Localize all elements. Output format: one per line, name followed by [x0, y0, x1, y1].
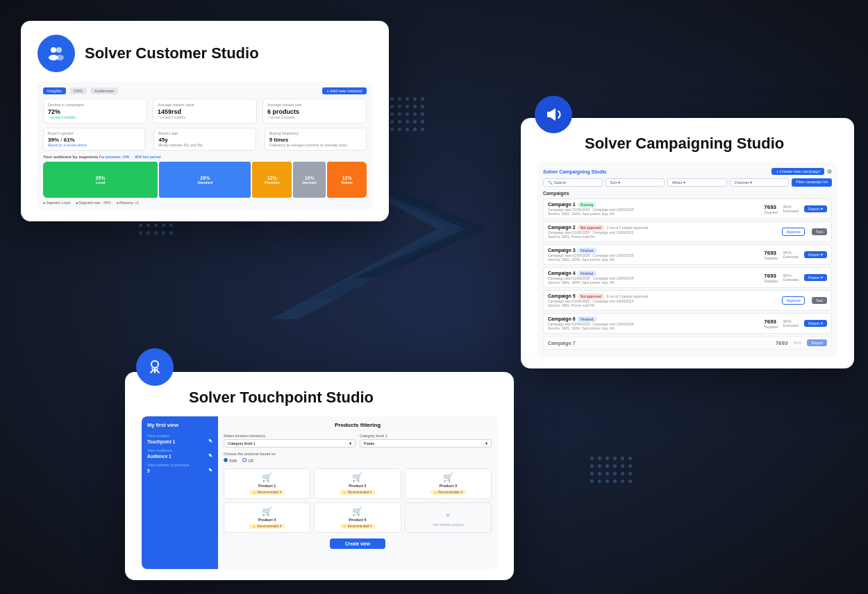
campaign-row-6: Campaign 6Finished Campaign start 01/06/…	[543, 313, 832, 334]
megaphone-icon	[544, 105, 563, 124]
product-card-3: 🛒 Product 3 ⭐ Recommended ✕	[405, 468, 492, 499]
touchpoint-studio-card: Solver Touchpoint Studio My first view V…	[125, 372, 514, 580]
product-5-icon: 🛒	[352, 507, 362, 516]
search-filter[interactable]: 🔍 Search	[543, 178, 603, 187]
gender-stat: Buyer's gender 39% / 61% Based on a rece…	[43, 128, 145, 151]
segment-bars: 35% Loyal 28% Standard 12% Premium 10% D…	[43, 162, 367, 198]
tp-main-title: Products filtering	[224, 422, 492, 428]
segment-premium: 12% Premium	[252, 162, 292, 198]
report-btn-1[interactable]: Report ▾	[804, 205, 827, 212]
basket-stat: Average basket value 1459rsd ↑ vs last 3…	[153, 99, 257, 124]
stats-row: Decline in campaigns 72% ↑ vs last 3 mon…	[43, 99, 367, 124]
campaigning-studio-card: Solver Campaigning Studio Solver Campaig…	[521, 118, 854, 368]
customer-studio-header: Solver Customer Studio	[37, 35, 372, 72]
tp-radio-row: SVD CB	[224, 458, 492, 463]
tp-products-value: 5	[147, 468, 150, 473]
test-btn-2[interactable]: Test	[812, 228, 827, 235]
basket-size-value: 6 products	[267, 108, 362, 115]
edit-location-icon[interactable]: ✎	[208, 439, 212, 444]
gender-row: Buyer's gender 39% / 61% Based on a rece…	[43, 128, 367, 151]
segment-standard: 28% Standard	[159, 162, 251, 198]
customer-studio-title: Solver Customer Studio	[85, 44, 259, 62]
product-card-2: 🛒 Product 2 ⭐ Recommended ✕	[314, 468, 401, 499]
report-btn-4[interactable]: Report ▾	[804, 274, 827, 281]
create-view-btn[interactable]: Create view	[330, 538, 385, 549]
product-4-icon: 🛒	[262, 507, 272, 516]
customer-icon-circle	[37, 35, 75, 72]
product-3-icon: 🛒	[443, 473, 453, 482]
settings-icon[interactable]: ⚙	[827, 169, 832, 175]
users-icon	[47, 44, 66, 63]
tp-sidebar: My first view View location Touchpoint 1…	[142, 416, 218, 569]
edit-audience-icon[interactable]: ✎	[208, 453, 212, 459]
tp-filter-row: Select location hierarchy Category level…	[224, 434, 492, 448]
age-stat: Buyers age 45y Mostly between 35y and 55…	[153, 128, 256, 151]
product-card-5: 🛒 Product 5 ⭐ Recommended ✕	[314, 502, 401, 533]
location-hierarchy-select[interactable]: Category level 1 ▾	[224, 439, 356, 448]
tp-audience-value: Audience 1	[147, 454, 172, 459]
category-select[interactable]: Pastio ▾	[360, 439, 492, 448]
channel-filter[interactable]: Channel ▾	[730, 178, 790, 187]
when-filter[interactable]: When ▾	[667, 178, 727, 187]
approve-btn-5[interactable]: Approve	[782, 296, 805, 305]
campaign-icon-wrap	[535, 96, 572, 133]
campaign-row-5: Campaign 5Not approved8 out of 3 people …	[543, 290, 832, 311]
report-btn-6[interactable]: Report ▾	[804, 320, 827, 327]
touchpoint-header: Solver Touchpoint Studio	[142, 386, 497, 407]
create-campaign-btn[interactable]: + Create new campaign	[771, 168, 824, 175]
campaign-mini-dashboard: Solver Campaigning Studio + Create new c…	[537, 162, 837, 357]
male-pct: 39%	[48, 137, 59, 143]
approve-btn-2[interactable]: Approve	[782, 228, 805, 236]
edit-products-icon[interactable]: ✎	[208, 468, 212, 473]
product-card-1: 🛒 Product 1 ⭐ Recommended ✕	[224, 468, 310, 499]
segment-dormant: 10% Dormant	[293, 162, 326, 198]
decline-stat: Decline in campaigns 72% ↑ vs last 3 mon…	[43, 99, 147, 124]
segment-loyal: 35% Loyal	[43, 162, 158, 198]
tp-location-value: Touchpoint 1	[147, 439, 175, 444]
sort-filter[interactable]: Sort ▾	[606, 178, 665, 187]
campaign-studio-label: Solver Campaigning Studio	[543, 169, 606, 174]
segment-legend: ■ Segment: Loyal ■ Segment size: ~35% ■ …	[43, 201, 367, 205]
audiences-tab[interactable]: Audiences	[90, 87, 118, 94]
svd-radio[interactable]: SVD	[224, 458, 237, 463]
customer-mini-dashboard: Insights CRG Audiences + Add new member …	[37, 82, 372, 210]
svg-line-9	[151, 371, 153, 373]
svg-point-4	[56, 47, 62, 53]
dot-grid-2: (function(){ const g = document.querySel…	[590, 457, 632, 483]
basket-size-stat: Average basket size 6 products ↑ vs last…	[262, 99, 367, 124]
product-2-icon: 🛒	[352, 473, 362, 482]
segment-babies: 12% Babies	[327, 162, 367, 198]
decline-value: 72%	[48, 108, 142, 115]
tp-main: Products filtering Select location hiera…	[218, 416, 497, 569]
female-pct: 61%	[64, 137, 75, 143]
filters-row: 🔍 Search Sort ▾ When ▾ Channel ▾ Filter …	[543, 178, 832, 187]
svg-point-3	[51, 47, 56, 53]
audience-label: Your audience by segments For premium: 1…	[43, 155, 367, 159]
svg-point-6	[56, 55, 64, 60]
campaign-dash-header: Solver Campaigning Studio + Create new c…	[543, 168, 832, 175]
add-member-btn[interactable]: + Add new member	[322, 87, 367, 94]
basket-value: 1459rsd	[158, 108, 252, 115]
campaigns-label: Campaigns	[543, 191, 832, 196]
insights-tab[interactable]: Insights	[43, 87, 66, 94]
product-card-4: 🛒 Product 4 ⭐ Recommended ✕	[224, 502, 310, 533]
touchpoint-studio-title: Solver Touchpoint Studio	[189, 389, 374, 407]
frequency-value: 5 times	[269, 137, 362, 143]
campaign-row-2: Campaign 2Not approved2 out of 3 people …	[543, 221, 832, 242]
campaign-row-7: Campaign 7 7693 90% Report	[543, 336, 832, 350]
cb-radio[interactable]: CB	[242, 458, 253, 463]
campaign-row-4: Campaign 4Finished Campaign start 01/06/…	[543, 267, 832, 288]
campaign-header: Solver Campaigning Studio	[537, 132, 837, 153]
frequency-stat: Buying frequency 5 times Frequency by av…	[265, 128, 367, 151]
add-product-card[interactable]: ＋ Add another product	[405, 502, 492, 533]
campaign-icon-circle	[535, 96, 572, 133]
svg-line-10	[157, 371, 159, 373]
touchpoint-icon-wrap	[136, 348, 174, 386]
touchpoint-icon-circle	[136, 348, 174, 386]
touchpoint-mini-dashboard: My first view View location Touchpoint 1…	[142, 416, 497, 569]
report-btn-7[interactable]: Report	[807, 339, 827, 346]
test-btn-5[interactable]: Test	[812, 297, 827, 304]
report-btn-3[interactable]: Report ▾	[804, 251, 827, 258]
crg-tab[interactable]: CRG	[69, 87, 87, 94]
filter-campaign-btn[interactable]: Filter campaign list	[792, 178, 832, 187]
